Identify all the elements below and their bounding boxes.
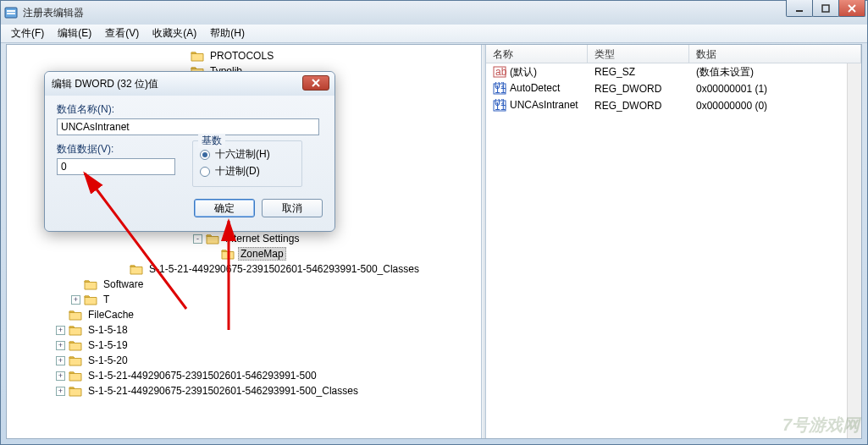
watermark: 7号游戏网	[782, 414, 860, 437]
edit-dword-dialog: 编辑 DWORD (32 位)值 数值名称(N): 数值数据(V): 基数 十六…	[44, 71, 335, 232]
dialog-close-button[interactable]	[302, 75, 329, 91]
tree-label: Software	[101, 277, 146, 291]
svg-text:ab: ab	[495, 66, 506, 78]
col-data[interactable]: 数据	[689, 45, 861, 63]
tree-label: ZoneMap	[238, 247, 286, 261]
base-groupbox: 基数 十六进制(H) 十进制(D)	[192, 140, 302, 187]
tree-row[interactable]: Software	[10, 277, 481, 292]
expander[interactable]: +	[56, 387, 65, 396]
tree-row[interactable]: +S-1-5-21-449290675-2391502601-546293991…	[10, 368, 481, 383]
svg-rect-1	[7, 10, 15, 12]
menu-item[interactable]: 帮助(H)	[203, 25, 252, 42]
menu-item[interactable]: 查看(V)	[98, 25, 146, 42]
radio-hex[interactable]: 十六进制(H)	[200, 147, 295, 162]
svg-text:110: 110	[495, 84, 506, 96]
value-data-field[interactable]	[57, 158, 175, 175]
app-icon	[4, 6, 18, 19]
menu-item[interactable]: 文件(F)	[4, 25, 51, 42]
tree-row[interactable]: +S-1-5-18	[10, 322, 481, 338]
col-name[interactable]: 名称	[486, 45, 588, 63]
list-row[interactable]: 011110UNCAsIntranetREG_DWORD0x00000000 (…	[486, 97, 861, 114]
dialog-title: 编辑 DWORD (32 位)值	[52, 77, 158, 91]
tree-row[interactable]: FileCache	[10, 307, 481, 322]
tree-row[interactable]: +S-1-5-19	[10, 338, 481, 353]
tree-row[interactable]: -Internet Settings	[10, 231, 481, 246]
radio-dec[interactable]: 十进制(D)	[200, 164, 295, 179]
tree-row[interactable]: +T	[10, 292, 481, 307]
titlebar[interactable]: 注册表编辑器	[1, 1, 867, 25]
list-header: 名称 类型 数据	[486, 45, 861, 63]
dialog-titlebar[interactable]: 编辑 DWORD (32 位)值	[45, 72, 334, 96]
col-type[interactable]: 类型	[588, 45, 689, 63]
scrollbar[interactable]	[847, 63, 861, 438]
menubar: 文件(F)编辑(E)查看(V)收藏夹(A)帮助(H)	[1, 25, 867, 43]
value-name-label: 数值名称(N):	[57, 102, 323, 117]
base-label: 基数	[198, 134, 225, 148]
tree-row[interactable]: +S-1-5-21-449290675-2391502601-546293991…	[10, 383, 481, 398]
list-pane: 名称 类型 数据 ab(默认)REG_SZ(数值未设置)011110AutoDe…	[486, 45, 861, 438]
expander[interactable]: +	[56, 356, 65, 365]
close-button[interactable]	[838, 0, 865, 17]
expander[interactable]: +	[56, 341, 65, 350]
tree-label: Internet Settings	[223, 232, 301, 245]
tree-label: S-1-5-21-449290675-2391502601-546293991-…	[147, 262, 422, 276]
value-data-label: 数值数据(V):	[57, 142, 175, 157]
tree-row[interactable]: PROTOCOLS	[10, 48, 481, 63]
tree-label: PROTOCOLS	[207, 49, 276, 63]
svg-rect-2	[7, 13, 15, 14]
tree-label: S-1-5-20	[86, 354, 130, 367]
menu-item[interactable]: 编辑(E)	[51, 25, 98, 42]
tree-label: S-1-5-18	[86, 323, 130, 337]
svg-text:110: 110	[495, 101, 506, 113]
expander[interactable]: +	[56, 371, 65, 381]
ok-button[interactable]: 确定	[194, 199, 255, 217]
minimize-button[interactable]	[786, 0, 813, 17]
menu-item[interactable]: 收藏夹(A)	[146, 25, 203, 42]
radio-icon	[200, 167, 210, 177]
tree-row[interactable]: S-1-5-21-449290675-2391502601-546293991-…	[10, 261, 481, 277]
list-row[interactable]: ab(默认)REG_SZ(数值未设置)	[486, 63, 861, 80]
tree-label: S-1-5-21-449290675-2391502601-546293991-…	[86, 369, 319, 382]
window-title: 注册表编辑器	[23, 6, 864, 20]
svg-rect-4	[822, 5, 829, 12]
tree-row[interactable]: +S-1-5-20	[10, 353, 481, 368]
tree-row[interactable]: ZoneMap	[10, 246, 481, 261]
tree-label: FileCache	[86, 308, 136, 321]
expander[interactable]: +	[56, 326, 65, 335]
expander[interactable]: +	[71, 295, 80, 305]
value-name-field[interactable]	[57, 118, 319, 135]
list-row[interactable]: 011110AutoDetectREG_DWORD0x00000001 (1)	[486, 80, 861, 97]
expander[interactable]: -	[193, 234, 202, 244]
tree-label: S-1-5-19	[86, 338, 130, 352]
cancel-button[interactable]: 取消	[262, 199, 323, 217]
maximize-button[interactable]	[812, 0, 839, 17]
radio-icon	[200, 150, 210, 160]
tree-label: T	[101, 293, 112, 306]
tree-label: S-1-5-21-449290675-2391502601-546293991-…	[86, 384, 361, 398]
